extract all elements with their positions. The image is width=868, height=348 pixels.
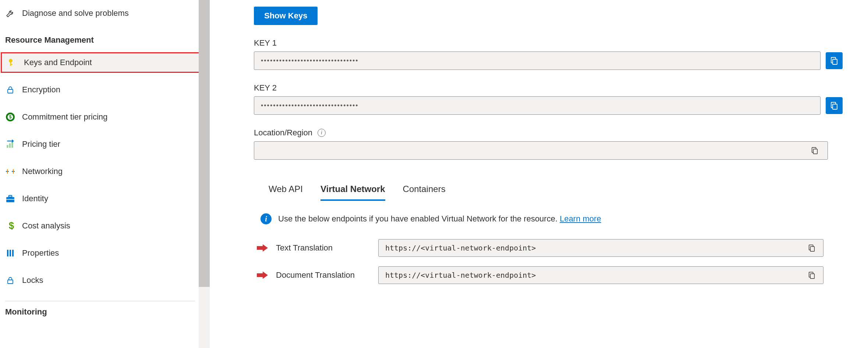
svg-rect-19 [833,59,837,64]
key2-value: •••••••••••••••••••••••••••••••• [261,102,359,110]
sidebar-item-label: Identity [22,194,48,203]
show-keys-button[interactable]: Show Keys [254,7,318,25]
svg-rect-8 [9,143,11,148]
svg-rect-17 [12,250,14,256]
sidebar-item-label: Pricing tier [22,139,60,149]
endpoint-value: https://<virtual-network-endpoint> [385,244,536,252]
svg-text:•: • [11,226,13,231]
endpoint-tabs: Web API Virtual Network Containers [269,180,868,201]
svg-rect-10 [6,197,14,202]
chart-arrow-icon [5,139,15,149]
dollar-icon: $ • [5,221,15,231]
sidebar-section-monitoring: Monitoring [0,301,210,323]
sidebar-item-label: Diagnose and solve problems [22,8,129,18]
key-icon [7,57,17,68]
learn-more-link[interactable]: Learn more [560,214,601,223]
key1-value: •••••••••••••••••••••••••••••••• [261,57,359,65]
text-translation-endpoint-input[interactable]: https://<virtual-network-endpoint> [378,239,823,257]
svg-text:$: $ [9,114,12,120]
sidebar-item-label: Cost analysis [22,221,70,231]
sidebar-item-label: Keys and Endpoint [24,58,92,67]
tab-web-api[interactable]: Web API [269,180,303,201]
endpoint-row-text-translation: Text Translation https://<virtual-networ… [254,239,868,257]
sidebar-item-label: Networking [22,167,63,176]
endpoint-value: https://<virtual-network-endpoint> [385,271,536,280]
svg-rect-11 [9,195,12,197]
sidebar-section-resource-management: Resource Management [0,24,210,52]
svg-rect-1 [10,62,11,66]
briefcase-icon [5,193,15,204]
info-banner: i Use the below endpoints if you have en… [261,213,868,224]
sidebar-item-identity[interactable]: Identity [0,188,210,209]
lock-icon [5,275,15,285]
networking-icon [5,166,15,177]
lock-icon [5,85,15,95]
document-translation-endpoint-input[interactable]: https://<virtual-network-endpoint> [378,266,823,284]
copy-key2-button[interactable] [826,97,843,114]
sidebar: Diagnose and solve problems Resource Man… [0,0,210,348]
sidebar-item-networking[interactable]: Networking [0,161,210,182]
copy-key1-button[interactable] [826,52,843,69]
svg-rect-23 [810,246,814,251]
sidebar-item-properties[interactable]: Properties [0,243,210,263]
location-label: Location/Region i [254,128,868,138]
svg-rect-2 [10,64,13,65]
sidebar-item-cost-analysis[interactable]: $ • Cost analysis [0,216,210,236]
sidebar-item-commitment-tier[interactable]: $ Commitment tier pricing [0,107,210,127]
sidebar-item-label: Encryption [22,85,60,95]
main-panel: Show Keys KEY 1 ••••••••••••••••••••••••… [210,0,868,348]
scrollbar-thumb[interactable] [199,0,210,287]
svg-rect-12 [6,199,14,200]
key2-input[interactable]: •••••••••••••••••••••••••••••••• [254,96,821,115]
endpoint-row-document-translation: Document Translation https://<virtual-ne… [254,266,868,284]
sidebar-item-encryption[interactable]: Encryption [0,79,210,100]
sidebar-item-diagnose[interactable]: Diagnose and solve problems [0,3,210,24]
svg-rect-7 [7,145,8,148]
sidebar-item-label: Properties [22,248,59,258]
wrench-icon [5,8,15,18]
svg-rect-20 [833,104,837,109]
info-text: Use the below endpoints if you have enab… [278,214,601,224]
sidebar-item-keys-endpoint[interactable]: Keys and Endpoint [1,52,208,73]
copy-text-translation-button[interactable] [805,242,818,254]
endpoint-label: Document Translation [266,270,378,280]
key1-label: KEY 1 [254,38,868,48]
scrollbar-track[interactable] [199,0,210,348]
sidebar-item-pricing-tier[interactable]: Pricing tier [0,134,210,155]
copy-location-button[interactable] [808,144,821,157]
svg-rect-3 [8,89,13,93]
svg-rect-25 [810,274,814,278]
endpoint-label: Text Translation [266,243,378,253]
tab-virtual-network[interactable]: Virtual Network [320,180,385,201]
info-icon[interactable]: i [318,129,326,137]
sidebar-item-label: Locks [22,276,43,285]
svg-rect-21 [813,149,817,154]
copy-document-translation-button[interactable] [805,269,818,281]
dollar-circle-icon: $ [5,112,15,122]
info-icon: i [261,213,272,224]
location-input[interactable] [254,141,828,160]
properties-icon [5,248,15,258]
key1-input[interactable]: •••••••••••••••••••••••••••••••• [254,52,821,70]
sidebar-item-locks[interactable]: Locks [0,270,210,291]
svg-rect-9 [11,142,13,148]
tab-containers[interactable]: Containers [403,180,446,201]
key2-label: KEY 2 [254,83,868,93]
sidebar-item-label: Commitment tier pricing [22,112,107,122]
svg-rect-15 [7,250,8,256]
svg-rect-16 [10,250,11,256]
svg-rect-18 [8,280,13,284]
